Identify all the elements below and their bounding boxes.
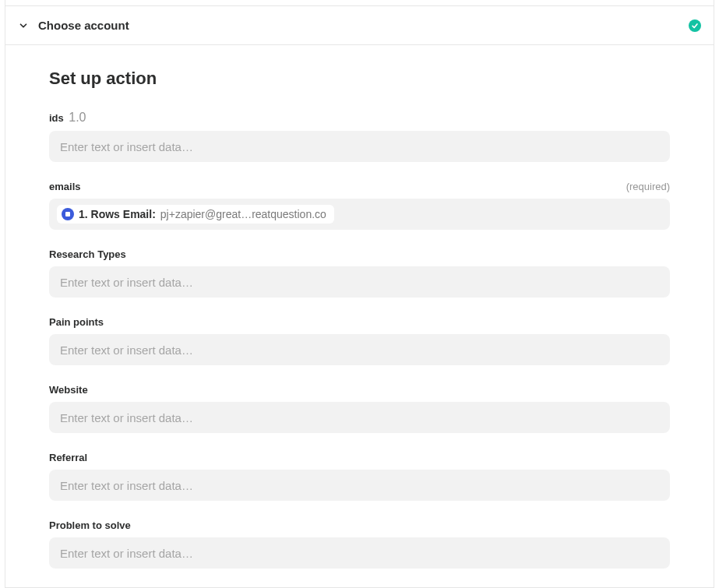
emails-pill-label: 1. Rows Email: <box>79 208 156 220</box>
emails-pill[interactable]: 1. Rows Email: pj+zapier@great…reatquest… <box>57 205 334 224</box>
field-problem: Problem to solve Enter text or insert da… <box>49 519 670 569</box>
field-pain-points: Pain points Enter text or insert data… <box>49 316 670 365</box>
field-problem-label: Problem to solve <box>49 519 131 531</box>
field-referral: Referral Enter text or insert data… <box>49 452 670 501</box>
emails-pill-value: pj+zapier@great…reatquestion.co <box>160 208 326 220</box>
research-types-input[interactable]: Enter text or insert data… <box>49 266 670 298</box>
referral-input[interactable]: Enter text or insert data… <box>49 470 670 501</box>
choose-account-title: Choose account <box>38 19 129 32</box>
chevron-down-icon <box>18 20 29 31</box>
field-research-types: Research Types Enter text or insert data… <box>49 248 670 298</box>
field-emails-label: emails <box>49 181 80 192</box>
emails-input[interactable]: 1. Rows Email: pj+zapier@great…reatquest… <box>49 199 670 230</box>
check-complete-icon <box>689 19 701 32</box>
field-ids: ids 1.0 Enter text or insert data… <box>49 111 670 162</box>
website-placeholder: Enter text or insert data… <box>60 411 193 424</box>
pain-points-placeholder: Enter text or insert data… <box>60 343 193 357</box>
research-types-placeholder: Enter text or insert data… <box>60 276 193 289</box>
problem-input[interactable]: Enter text or insert data… <box>49 537 670 569</box>
referral-placeholder: Enter text or insert data… <box>60 479 193 492</box>
ids-placeholder: Enter text or insert data… <box>60 140 193 153</box>
field-ids-sublabel: 1.0 <box>69 111 86 124</box>
field-emails: emails (required) 1. Rows Email: pj+zapi… <box>49 181 670 230</box>
field-website-label: Website <box>49 384 88 396</box>
field-research-types-label: Research Types <box>49 248 126 260</box>
section-heading: Set up action <box>49 69 670 89</box>
choose-account-row[interactable]: Choose account <box>5 6 714 45</box>
website-input[interactable]: Enter text or insert data… <box>49 402 670 433</box>
step-icon <box>62 208 74 220</box>
field-emails-required: (required) <box>626 181 670 192</box>
pain-points-input[interactable]: Enter text or insert data… <box>49 334 670 365</box>
problem-placeholder: Enter text or insert data… <box>60 547 193 560</box>
field-ids-label: ids <box>49 112 64 124</box>
ids-input[interactable]: Enter text or insert data… <box>49 131 670 162</box>
field-pain-points-label: Pain points <box>49 316 104 328</box>
field-referral-label: Referral <box>49 452 87 463</box>
field-website: Website Enter text or insert data… <box>49 384 670 433</box>
